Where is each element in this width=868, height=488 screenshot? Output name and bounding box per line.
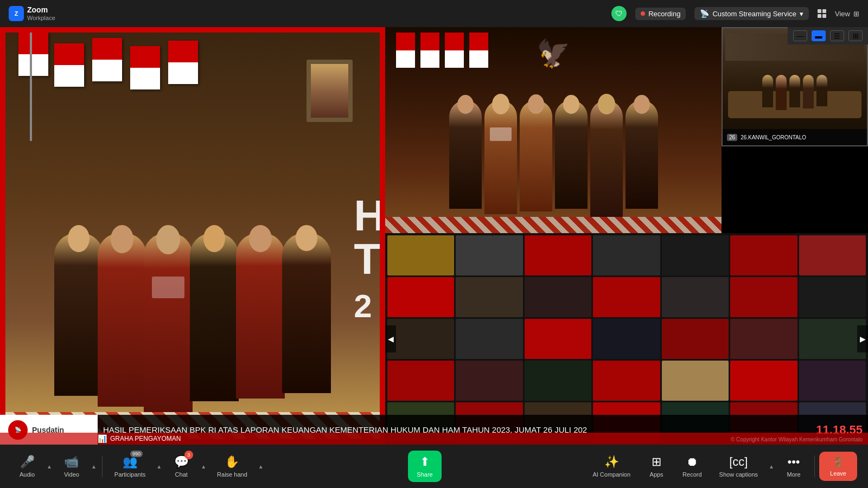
garuda-emblem: 🦅 [537, 38, 570, 69]
ai-companion-button[interactable]: ✨ AI Companion [585, 452, 638, 481]
gallery-cell [730, 277, 797, 317]
gallery-cell [456, 361, 522, 401]
people-group [0, 233, 385, 412]
gallery-cell [799, 235, 866, 275]
video-chevron[interactable]: ▲ [90, 464, 98, 470]
raise-hand-icon: ✋ [225, 455, 239, 469]
view-button[interactable]: View ⊞ [835, 10, 859, 18]
gallery-cell [593, 235, 660, 275]
gallery-cell [525, 277, 591, 317]
chat-badge: 3 [184, 451, 193, 459]
view-grid-icon: ⊞ [853, 10, 859, 18]
layout-list-button[interactable]: ☰ [830, 30, 844, 41]
main-video-area: HT2 🦅 [0, 27, 868, 445]
streaming-label: Custom Streaming Service [712, 10, 796, 18]
layout-selector: — ▬ ☰ ⊞ [788, 27, 868, 44]
participants-button[interactable]: 👥 990 Participants [107, 452, 153, 481]
view-label: View [835, 10, 850, 18]
microphone-icon: 🎤 [20, 455, 35, 469]
captions-chevron[interactable]: ▲ [768, 464, 775, 470]
camera-icon: 📹 [64, 455, 79, 469]
leave-button[interactable]: 🚪 Leave [819, 452, 857, 481]
toolbar-left: 🎤 Audio ▲ 📹 Video ▲ 👥 990 Participants ▲… [11, 452, 265, 481]
gallery-cell [456, 319, 522, 359]
audio-button[interactable]: 🎤 Audio [11, 452, 43, 481]
toolbar-right: ✨ AI Companion ⊞ Apps ⏺ Record [cc] Show… [585, 452, 857, 481]
gallery-cell [456, 235, 522, 275]
leave-icon: 🚪 [832, 456, 844, 468]
gallery-cell [730, 235, 797, 275]
flags-area [16, 33, 198, 141]
gallery-cell [387, 235, 454, 275]
share-button[interactable]: ⬆ Share [408, 451, 441, 482]
video-label: Video [64, 471, 79, 478]
pip-video-panel: f KANTOR WILAYAH 26 26.KANWIL_GORONTALO [722, 27, 868, 146]
recording-dot [641, 11, 645, 16]
toolbar-divider-1 [102, 455, 103, 477]
grid-icon [818, 9, 826, 18]
more-icon: ••• [787, 455, 800, 469]
layout-split-button[interactable]: ▬ [812, 30, 826, 41]
chat-label: Chat [175, 471, 188, 478]
streaming-icon: 📡 [700, 9, 709, 18]
pip-people [723, 75, 867, 110]
gallery-cell [730, 319, 797, 359]
ceremony-video-panel: 🦅 [385, 27, 722, 233]
gallery-cell [799, 319, 866, 359]
flag-1 [16, 33, 46, 141]
share-icon: ⬆ [420, 455, 430, 469]
gallery-cell [799, 277, 866, 317]
more-button[interactable]: ••• More [777, 452, 810, 481]
gallery-grid-panel: ◀ ▶ [385, 233, 868, 445]
apps-grid-button[interactable] [818, 9, 826, 18]
gallery-cell [730, 361, 797, 401]
gallery-cell [387, 319, 454, 359]
participants-label: Participants [114, 471, 145, 478]
apps-label: Apps [650, 471, 663, 478]
pip-name: 26.KANWIL_GORONTALO [741, 134, 806, 140]
ceremony-content: 🦅 [385, 27, 722, 233]
pip-label: 26 26.KANWIL_GORONTALO [723, 129, 867, 145]
gallery-cell [662, 235, 729, 275]
participants-count: 990 [130, 451, 143, 457]
main-video-panel: HT2 [0, 27, 385, 445]
gallery-nav-right[interactable]: ▶ [857, 325, 868, 352]
gallery-grid-inner [387, 235, 866, 442]
layout-grid-button[interactable]: ⊞ [848, 30, 863, 41]
layout-minimize-button[interactable]: — [793, 30, 807, 41]
apps-icon: ⊞ [652, 455, 661, 469]
gallery-cell [387, 277, 454, 317]
record-button[interactable]: ⏺ Record [675, 452, 709, 481]
audio-chevron[interactable]: ▲ [46, 464, 53, 470]
gallery-nav-left[interactable]: ◀ [385, 325, 396, 352]
ai-companion-icon: ✨ [604, 455, 619, 469]
video-button[interactable]: 📹 Video [55, 452, 88, 481]
recording-badge[interactable]: Recording [635, 8, 686, 20]
toolbar-center: ⬆ Share [408, 451, 441, 482]
apps-button[interactable]: ⊞ Apps [640, 452, 673, 481]
record-icon: ⏺ [686, 455, 698, 469]
gallery-cell [456, 277, 522, 317]
chat-chevron[interactable]: ▲ [200, 464, 207, 470]
more-label: More [787, 471, 800, 478]
chevron-down-icon: ▾ [800, 10, 803, 18]
participants-chevron[interactable]: ▲ [155, 464, 163, 470]
toolbar-divider-2 [814, 455, 815, 477]
chat-button[interactable]: 💬 3 Chat [165, 452, 197, 481]
raise-hand-chevron[interactable]: ▲ [257, 464, 265, 470]
leave-label: Leave [830, 470, 846, 477]
bottom-toolbar: 🎤 Audio ▲ 📹 Video ▲ 👥 990 Participants ▲… [0, 445, 868, 488]
security-shield-icon[interactable]: 🛡 [611, 6, 627, 21]
raise-hand-button[interactable]: ✋ Raise hand [209, 452, 255, 481]
overlay-text: HT2 [354, 194, 385, 324]
bar-chart-icon: 📊 [98, 434, 107, 443]
zoom-workplace-text: Zoom Workplace [27, 5, 55, 22]
streaming-badge[interactable]: 📡 Custom Streaming Service ▾ [694, 7, 809, 20]
gallery-cell [387, 361, 454, 401]
gallery-cell [525, 319, 591, 359]
captions-icon: [cc] [729, 455, 748, 469]
gallery-cell [662, 361, 729, 401]
captions-button[interactable]: [cc] Show captions [712, 452, 766, 481]
zoom-logo: Z Zoom Workplace [9, 5, 55, 22]
gallery-cell [525, 235, 591, 275]
